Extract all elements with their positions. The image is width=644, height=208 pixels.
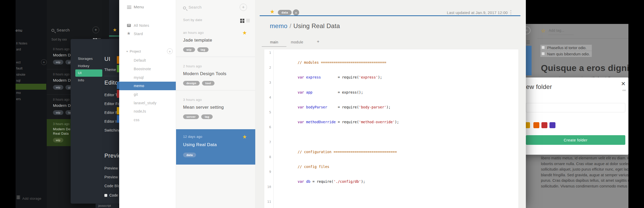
- note-tag: wip: [183, 47, 195, 52]
- folder-item[interactable]: git: [119, 90, 176, 99]
- tab-module[interactable]: module: [291, 40, 303, 44]
- settings-nav-item[interactable]: Storages: [75, 55, 102, 62]
- selected-note-item[interactable]: 12 days ago Using Real Data data: [176, 129, 255, 165]
- code-line: 5 var methodOverride = require('method-o…: [264, 110, 518, 125]
- active-tab-underline: [262, 46, 286, 47]
- note-tag-pill[interactable]: data: [278, 10, 292, 15]
- code-token: = require(: [336, 120, 359, 124]
- folder-item[interactable]: mysql: [119, 73, 176, 82]
- code-token: // config files: [298, 165, 329, 169]
- paragraph-line: sollicitudin. Vivamus condimentum commod…: [541, 184, 628, 189]
- code-token: = require(: [310, 179, 333, 184]
- dark-folder-label: fault: [16, 66, 23, 70]
- add-storage-button[interactable]: Add storage: [22, 197, 41, 200]
- dark-starred-item[interactable]: ard: [16, 47, 21, 51]
- menu-label[interactable]: Menu: [134, 5, 144, 9]
- more-menu-icon[interactable]: [508, 9, 513, 15]
- code-line: 9 var db = require('./config/db');: [264, 169, 518, 184]
- folder-label: mysql: [134, 75, 144, 80]
- folder-item[interactable]: Default: [119, 56, 176, 65]
- code-text: var bodyParser = require('body-parser');: [273, 95, 391, 110]
- code-token: // configuration =======================…: [298, 150, 397, 154]
- close-icon[interactable]: [621, 80, 625, 88]
- note-title: Jade template: [183, 38, 255, 43]
- dark-folder-item[interactable]: fault: [16, 65, 46, 72]
- note-tag: tool: [202, 81, 214, 86]
- code-token: var: [298, 105, 304, 109]
- dark-all-notes-item[interactable]: ll Notes: [16, 41, 27, 45]
- dark-folder-item[interactable]: mo: [16, 90, 46, 96]
- create-folder-button[interactable]: Create folder: [526, 135, 625, 145]
- new-note-button[interactable]: [526, 27, 531, 34]
- dark-new-note-button[interactable]: [92, 27, 99, 33]
- sidebar-item-starred[interactable]: Stard: [134, 32, 143, 36]
- add-folder-button[interactable]: [167, 48, 173, 54]
- theme-setting-label: Theme: [104, 68, 116, 72]
- add-tab-button[interactable]: +: [317, 39, 319, 44]
- selected-note-edge: [526, 46, 532, 75]
- todo-checkbox[interactable]: [541, 52, 545, 55]
- divider: [537, 38, 628, 38]
- folder-item[interactable]: nodeJs: [119, 107, 176, 116]
- code-token: var: [298, 120, 304, 124]
- sort-dropdown[interactable]: Sort by date: [183, 18, 202, 22]
- grid-view-icon[interactable]: [240, 19, 242, 21]
- list-view-icon[interactable]: [526, 41, 530, 41]
- dark-folder-item[interactable]: [16, 84, 46, 90]
- list-view-icon[interactable]: [246, 19, 250, 20]
- code-token: 'body-parser': [359, 105, 386, 109]
- line-number: 7: [264, 140, 271, 154]
- note-list-panel: Sort by date an hours ago Jade template …: [176, 0, 255, 208]
- settings-nav-item[interactable]: Hotkey: [75, 62, 102, 70]
- folder-item[interactable]: laravel_study: [119, 99, 176, 107]
- settings-nav-item[interactable]: UI: [75, 69, 102, 77]
- note-list-item[interactable]: 3 hours ago Mean server setting serverta…: [176, 90, 255, 124]
- folder-label: Boostnote: [134, 67, 151, 71]
- search-input[interactable]: [189, 5, 227, 9]
- note-list-item[interactable]: 2 hours ago Modern Design Tools designto…: [176, 57, 255, 90]
- folder-list: Default Boostnote mysql memo git: [119, 56, 176, 124]
- dark-folder-item[interactable]: sql: [16, 77, 46, 84]
- breadcrumb-folder[interactable]: memo: [270, 22, 287, 29]
- add-tag-button[interactable]: [293, 9, 299, 16]
- code-line: 11 // set our port: [264, 199, 518, 208]
- new-note-button[interactable]: [240, 4, 247, 11]
- dark-folder-item[interactable]: ers: [16, 96, 46, 102]
- dark-folder-label: sql: [16, 79, 21, 82]
- dark-add-folder-button[interactable]: [41, 59, 47, 65]
- code-editor[interactable]: 1 // modules ===========================…: [264, 49, 518, 208]
- note-time: 2 hours ago: [183, 64, 255, 68]
- todo-checkbox[interactable]: [541, 46, 545, 49]
- folder-item[interactable]: css: [119, 116, 176, 124]
- folder-item[interactable]: memo: [119, 82, 176, 90]
- sidebar-item-all-notes[interactable]: All Notes: [134, 23, 149, 28]
- preview-paragraph: libero mattis metus, id elementum velit …: [541, 155, 628, 189]
- dark-folder-item[interactable]: stnote: [16, 72, 46, 78]
- dark-search-input[interactable]: Search: [57, 28, 70, 32]
- dark-project-header[interactable]: ect: [16, 60, 21, 64]
- settings-nav-item[interactable]: Info: [75, 77, 102, 84]
- project-tree-header[interactable]: Project: [126, 49, 141, 53]
- color-swatch[interactable]: [549, 122, 555, 128]
- note-list-item[interactable]: an hours ago Jade template wiptag: [176, 28, 255, 57]
- language-select[interactable]: javascript: [96, 203, 118, 208]
- note-tags: data: [183, 152, 255, 157]
- line-number: 8: [264, 154, 271, 169]
- list-view-icon[interactable]: [98, 38, 101, 39]
- tab-main[interactable]: main: [270, 40, 278, 44]
- star-outline-icon[interactable]: [541, 28, 546, 34]
- line-number: 10: [264, 184, 271, 199]
- folder-item[interactable]: Boostnote: [119, 65, 176, 73]
- color-swatch[interactable]: [533, 122, 539, 128]
- code-token: [304, 105, 306, 109]
- code-line: 10: [264, 184, 518, 199]
- code-block-checkbox[interactable]: [104, 194, 107, 197]
- star-toggle[interactable]: [270, 9, 275, 15]
- color-swatch[interactable]: [541, 122, 547, 128]
- hamburger-icon[interactable]: [127, 6, 131, 6]
- dark-sort-dropdown[interactable]: Sort by xxx: [51, 38, 67, 41]
- dark-menu-button[interactable]: enu: [16, 28, 22, 32]
- folder-name-input[interactable]: [526, 103, 625, 112]
- code-text: [273, 184, 302, 199]
- add-tag-input[interactable]: [549, 28, 574, 32]
